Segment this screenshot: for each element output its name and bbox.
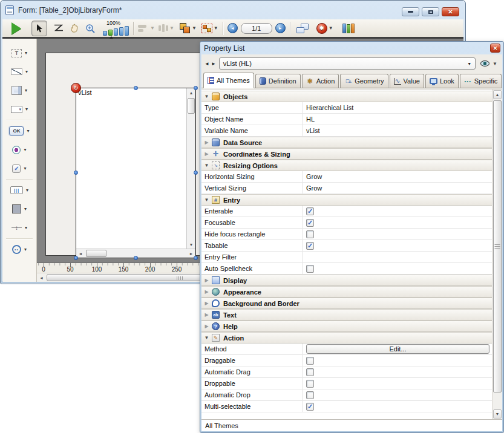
property-list-close-button[interactable]: ✕ [490,44,500,53]
dropdown-arrow-icon[interactable]: ▾ [24,206,27,212]
tab-value[interactable]: Value [390,74,424,88]
property-row[interactable]: Object NameHL [201,114,492,125]
checkbox[interactable] [306,357,314,365]
tab-all-themes[interactable]: All Themes [203,73,254,88]
object-library-button[interactable] [341,21,356,36]
property-row[interactable]: Droppable [201,378,492,389]
checkbox[interactable] [306,368,314,376]
collapse-triangle-icon[interactable]: ▼ [201,335,212,340]
section-row[interactable]: ▶Background and Border [201,298,492,309]
handle-sw[interactable] [74,256,78,260]
duplicate-tool-button[interactable]: ▼ [201,21,218,36]
handle-e[interactable] [194,171,198,175]
dropdown-arrow-icon[interactable]: ▾ [25,88,27,93]
next-object-button[interactable]: ► [211,61,216,67]
zoom-bar-400[interactable] [119,27,123,36]
tab-control-tool[interactable]: ▾ [2,181,36,200]
section-row[interactable]: ▼Action [201,332,492,343]
tab-action[interactable]: Action [302,74,339,88]
property-row[interactable]: Horizontal SizingGrow [201,171,492,183]
checkbox[interactable]: ✓ [306,207,314,215]
scroll-up-icon[interactable]: ▲ [493,90,502,99]
dropdown-arrow-icon[interactable]: ▾ [25,50,27,56]
window-titlebar[interactable]: Form: [Table_2]ObjLibraryForm* [1,1,465,19]
zoom-bar-50[interactable] [103,31,107,36]
tab-look[interactable]: Look [425,74,459,88]
property-row[interactable]: Variable NamevList [201,125,492,137]
section-row[interactable]: ▶Data Source [201,137,492,148]
entry-order-tool-button[interactable] [51,21,67,36]
dropdown-arrow-icon[interactable]: ▾ [27,128,29,134]
previous-object-button[interactable]: ◄ [205,61,209,67]
pointer-tool-button[interactable] [31,21,47,36]
dropdown-arrow-icon[interactable]: ▾ [25,69,28,74]
execute-form-button[interactable] [8,21,24,36]
form-pages-button[interactable] [295,21,310,36]
handle-w[interactable] [74,171,78,175]
section-row[interactable]: ▶Text [201,309,492,321]
edit-method-button[interactable]: Edit... [306,344,489,354]
checkbox[interactable] [306,230,314,238]
expand-triangle-icon[interactable]: ▶ [201,312,212,317]
distribute-tool-button[interactable]: ▼ [159,21,174,36]
section-row[interactable]: ▼Objects [201,91,492,102]
tab-definition[interactable]: Definition [255,74,301,88]
line-tool[interactable]: ▾ [2,62,36,81]
section-row[interactable]: ▶Display [201,275,492,286]
dropdown-arrow-icon[interactable]: ▾ [25,225,27,230]
object-vertical-scrollbar[interactable]: ▲ ▼ [186,88,195,249]
handle-se[interactable] [194,256,198,260]
plugin-tool[interactable]: ▾ [2,240,36,259]
maximize-button[interactable] [422,7,439,16]
text-tool[interactable]: T▾ [2,44,36,62]
checkbox[interactable] [306,391,314,399]
view-options-button[interactable]: ▼ [479,60,499,67]
listbox-tool[interactable]: ▾ [2,81,36,100]
next-page-button[interactable]: ► [275,23,286,33]
move-tool-button[interactable] [67,21,82,36]
checkbox[interactable] [306,380,314,388]
property-row[interactable]: Vertical SizingGrow [201,183,492,194]
property-row[interactable]: Automatic Drag [201,366,492,378]
collapse-triangle-icon[interactable]: ▼ [201,94,212,99]
property-row[interactable]: Hide focus rectangle [201,229,492,240]
property-row[interactable]: Enterable✓ [201,206,492,217]
property-row[interactable]: MethodEdit... [201,343,492,355]
scroll-down-icon[interactable]: ▼ [493,409,502,418]
property-list-scrollbar[interactable]: ▲ ▼ [492,90,502,419]
section-row[interactable]: ▶Coordinates & Sizing [201,148,492,160]
section-row[interactable]: ▶Appearance [201,286,492,298]
property-row[interactable]: Focusable✓ [201,217,492,229]
section-row[interactable]: ▼Resizing Options [201,160,492,171]
object-selector-dropdown[interactable]: vList (HL) ▼ [219,57,476,70]
vertical-scroll-thumb[interactable] [188,98,195,114]
zoom-bar-800[interactable] [125,26,129,36]
combobox-tool[interactable]: ▾ [2,100,36,119]
zoom-bar-100[interactable] [108,30,113,36]
form-properties-button[interactable]: ✱ ▼ [316,21,333,36]
expand-triangle-icon[interactable]: ▶ [201,140,212,145]
property-row[interactable]: Auto Spellcheck [201,263,492,275]
dropdown-arrow-icon[interactable]: ▾ [25,106,28,112]
handle-s[interactable] [134,256,138,260]
dropdown-arrow-icon[interactable]: ▾ [26,187,28,193]
expand-triangle-icon[interactable]: ▶ [201,324,212,329]
splitter-tool[interactable]: ▾ [2,218,36,237]
tab-geometry[interactable]: Geometry [340,74,388,88]
expand-triangle-icon[interactable]: ▶ [201,301,212,306]
handle-ne[interactable] [194,86,198,90]
rectangle-tool[interactable]: ▾ [2,200,36,218]
zoom-tool-button[interactable] [82,21,98,36]
property-row[interactable]: TypeHierarchical List [201,102,492,114]
scroll-down-icon[interactable]: ▼ [187,240,195,249]
checkbox[interactable]: ✓ [306,242,314,250]
previous-page-button[interactable]: ◄ [227,23,238,33]
property-row[interactable]: Multi-selectable✓ [201,401,492,412]
checkbox[interactable]: ✓ [306,403,314,411]
close-button[interactable]: ✕ [442,7,459,16]
button-tool[interactable]: OK▾ [2,122,36,140]
dropdown-arrow-icon[interactable]: ▾ [24,166,26,171]
property-row[interactable]: Draggable [201,355,492,366]
collapse-triangle-icon[interactable]: ▼ [201,163,212,168]
horizontal-scroll-thumb[interactable] [86,250,106,257]
